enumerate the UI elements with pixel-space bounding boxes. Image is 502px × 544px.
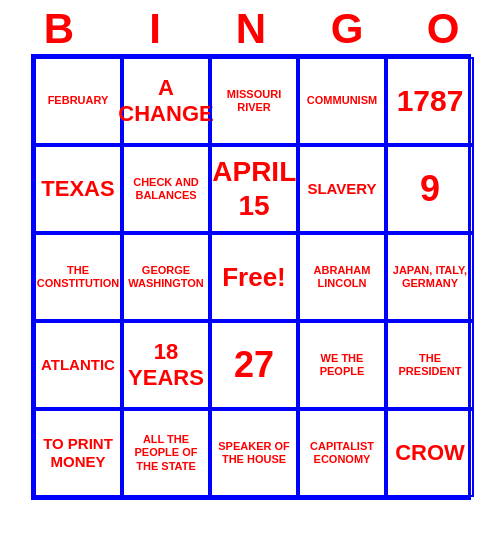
cell-13: ABRAHAM LINCOLN xyxy=(298,233,386,321)
cell-9: 9 xyxy=(386,145,474,233)
cell-19: THE PRESIDENT xyxy=(386,321,474,409)
bingo-grid: FEBRUARY A CHANGE MISSOURI RIVER COMMUNI… xyxy=(31,54,471,500)
cell-5: TEXAS xyxy=(34,145,122,233)
bingo-header: B I N G O xyxy=(11,0,491,54)
cell-10: THE CONSTITUTION xyxy=(34,233,122,321)
cell-24: CROW xyxy=(386,409,474,497)
cell-2: MISSOURI RIVER xyxy=(210,57,298,145)
cell-6: CHECK AND BALANCES xyxy=(122,145,210,233)
cell-7: APRIL 15 xyxy=(210,145,298,233)
letter-i: I xyxy=(115,8,195,50)
cell-3: COMMUNISM xyxy=(298,57,386,145)
cell-17: 27 xyxy=(210,321,298,409)
cell-14: JAPAN, ITALY, GERMANY xyxy=(386,233,474,321)
cell-4: 1787 xyxy=(386,57,474,145)
cell-1: A CHANGE xyxy=(122,57,210,145)
letter-n: N xyxy=(211,8,291,50)
cell-22: SPEAKER OF THE HOUSE xyxy=(210,409,298,497)
cell-20: TO PRINT MONEY xyxy=(34,409,122,497)
letter-b: B xyxy=(19,8,99,50)
cell-21: ALL THE PEOPLE OF THE STATE xyxy=(122,409,210,497)
letter-g: G xyxy=(307,8,387,50)
cell-0: FEBRUARY xyxy=(34,57,122,145)
cell-8: SLAVERY xyxy=(298,145,386,233)
cell-16: 18 YEARS xyxy=(122,321,210,409)
cell-23: CAPITALIST ECONOMY xyxy=(298,409,386,497)
letter-o: O xyxy=(403,8,483,50)
cell-12-free: Free! xyxy=(210,233,298,321)
cell-11: GEORGE WASHINGTON xyxy=(122,233,210,321)
cell-18: WE THE PEOPLE xyxy=(298,321,386,409)
cell-15: ATLANTIC xyxy=(34,321,122,409)
